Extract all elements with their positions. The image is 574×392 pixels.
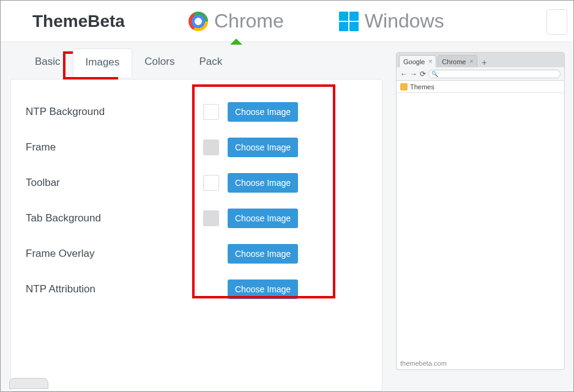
swatch-toolbar[interactable] (203, 175, 219, 191)
header-account-button[interactable] (546, 9, 567, 35)
close-icon[interactable]: × (469, 58, 473, 65)
search-icon: 🔍 (431, 71, 438, 77)
preview-tab-label: Chrome (442, 58, 466, 65)
swatch-ntp-background[interactable] (203, 104, 219, 120)
back-icon[interactable]: ← (400, 70, 408, 78)
swatch-frame[interactable] (203, 139, 219, 155)
truncated-tab-indicator (9, 378, 48, 389)
choose-image-button-tab-background[interactable]: Choose Image (228, 209, 298, 228)
bookmark-label[interactable]: Themes (410, 83, 434, 91)
row-ntp-attribution: NTP Attribution Choose Image (26, 272, 367, 307)
row-ntp-background: NTP Background Choose Image (26, 94, 367, 130)
tab-label: Basic (35, 56, 61, 67)
choose-image-button-toolbar[interactable]: Choose Image (228, 173, 298, 193)
row-frame-overlay: Frame Overlay Choose Image (26, 236, 367, 272)
theme-preview: Google × Chrome × + ← → ⟳ 🔍 Themes (396, 52, 565, 391)
tab-pack[interactable]: Pack (187, 48, 234, 76)
address-bar[interactable]: 🔍 (428, 70, 561, 78)
editor-tabs: Basic Images Colors Pack (10, 48, 382, 76)
preview-tab-chrome[interactable]: Chrome × (438, 55, 477, 67)
row-label: Tab Background (26, 212, 203, 224)
reload-icon[interactable]: ⟳ (420, 70, 426, 78)
site-header: ThemeBeta Chrome Windows (1, 1, 573, 42)
chrome-icon (188, 12, 208, 31)
tab-label: Colors (144, 56, 174, 67)
row-label: Frame Overlay (26, 248, 203, 260)
row-tab-background: Tab Background Choose Image (26, 201, 367, 236)
row-label: Toolbar (26, 177, 203, 189)
row-label: NTP Background (26, 106, 203, 118)
swatch-tab-background[interactable] (203, 210, 219, 226)
preview-status-text: themebeta.com (400, 360, 447, 367)
preview-bookmark-bar: Themes (397, 81, 564, 93)
row-label: NTP Attribution (26, 283, 203, 295)
forward-icon[interactable]: → (410, 70, 417, 78)
tab-basic[interactable]: Basic (23, 48, 73, 76)
platform-tab-windows[interactable]: Windows (339, 10, 444, 32)
platform-label: Windows (365, 10, 444, 32)
tab-label: Images (86, 56, 120, 68)
tab-colors[interactable]: Colors (132, 48, 187, 76)
row-label: Frame (26, 141, 203, 153)
browser-preview-window: Google × Chrome × + ← → ⟳ 🔍 Themes (396, 52, 565, 370)
preview-tab-google[interactable]: Google × (399, 55, 436, 67)
brand-logo[interactable]: ThemeBeta (32, 12, 188, 31)
choose-image-button-frame[interactable]: Choose Image (228, 138, 298, 157)
preview-tab-label: Google (403, 58, 425, 65)
preview-toolbar: ← → ⟳ 🔍 (397, 67, 564, 81)
close-icon[interactable]: × (428, 58, 432, 65)
images-panel-body: NTP Background Choose Image Frame Choose… (10, 79, 382, 391)
row-frame: Frame Choose Image (26, 130, 367, 165)
content-area: Basic Images Colors Pack NTP Background … (1, 42, 573, 391)
platform-tab-chrome[interactable]: Chrome (188, 10, 284, 32)
tab-images[interactable]: Images (73, 48, 133, 77)
bookmark-favicon (400, 83, 408, 91)
preview-tabstrip: Google × Chrome × + (397, 53, 564, 67)
row-toolbar: Toolbar Choose Image (26, 165, 367, 201)
windows-icon (339, 12, 359, 31)
choose-image-button-frame-overlay[interactable]: Choose Image (228, 244, 298, 264)
tab-label: Pack (199, 56, 222, 67)
choose-image-button-ntp-attribution[interactable]: Choose Image (228, 279, 298, 299)
platform-label: Chrome (214, 10, 284, 32)
new-tab-button[interactable]: + (480, 59, 488, 67)
choose-image-button-ntp-background[interactable]: Choose Image (228, 102, 298, 122)
editor-panel: Basic Images Colors Pack NTP Background … (10, 48, 382, 391)
